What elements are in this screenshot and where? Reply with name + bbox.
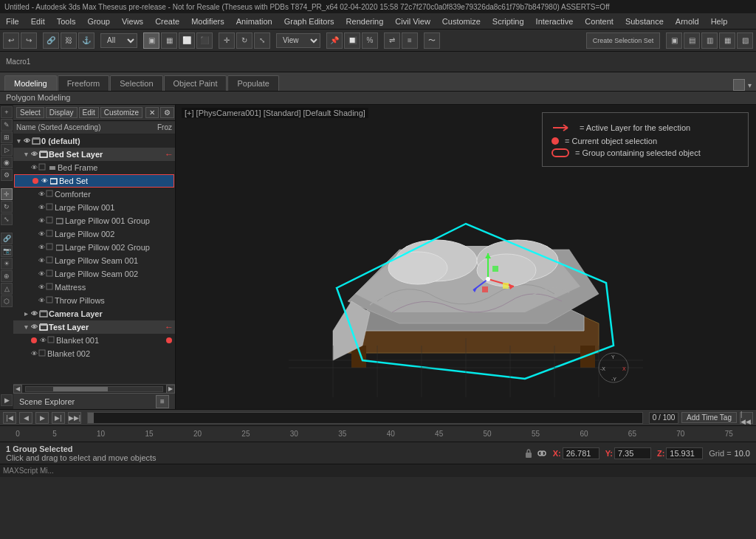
se-config-btn[interactable]: ≡ xyxy=(156,395,169,408)
geometry-icon[interactable]: ⬡ xyxy=(1,295,13,307)
tab-modeling[interactable]: Modeling xyxy=(4,75,57,91)
menu-scripting[interactable]: Scripting xyxy=(487,16,530,27)
unlink-btn[interactable]: ⛓ xyxy=(61,32,77,49)
select-window-btn[interactable]: ⬜ xyxy=(179,32,195,49)
menu-modifiers[interactable]: Modifiers xyxy=(185,16,230,27)
utilities-icon[interactable]: ⚙ xyxy=(1,169,13,181)
expand-camera-layer[interactable]: ▸ xyxy=(22,310,30,317)
angle-snap-btn[interactable]: 🔲 xyxy=(344,32,360,49)
select-move-icon[interactable]: ✛ xyxy=(1,188,13,200)
filter-dropdown[interactable]: All xyxy=(100,33,137,48)
tree-row-blanket001[interactable]: 👁 Blanket 001 xyxy=(13,334,175,347)
rotate-btn[interactable]: ↻ xyxy=(236,32,252,49)
se-close-btn[interactable]: ✕ xyxy=(145,107,159,118)
move-btn[interactable]: ✛ xyxy=(219,32,235,49)
undo-btn[interactable]: ↩ xyxy=(3,32,19,49)
expand-test-layer[interactable]: ▾ xyxy=(22,323,30,331)
light-icon[interactable]: ☀ xyxy=(1,258,13,270)
modify-icon[interactable]: ✎ xyxy=(1,119,13,131)
motion-icon[interactable]: ▷ xyxy=(1,144,13,156)
tree-row-camera-layer[interactable]: ▸ 👁 Camera Layer xyxy=(13,307,175,320)
layers-btn-1[interactable]: ▣ xyxy=(666,32,682,49)
link-tool-icon[interactable]: 🔗 xyxy=(1,233,13,244)
layers-btn-5[interactable]: ▧ xyxy=(737,32,753,49)
time-slider[interactable] xyxy=(87,412,643,424)
scroll-track[interactable] xyxy=(25,386,163,392)
time-next-btn[interactable]: ▶▶| xyxy=(68,412,81,424)
menu-tools[interactable]: Tools xyxy=(51,16,82,27)
tree-row-lps001[interactable]: 👁 Large Pillow Seam 001 xyxy=(13,254,175,267)
vis-lp001g[interactable]: 👁 xyxy=(37,216,46,225)
view-dropdown[interactable]: View xyxy=(276,33,320,48)
vis-mattress[interactable]: 👁 xyxy=(37,283,46,292)
add-time-tag-btn[interactable]: Add Time Tag xyxy=(681,412,737,423)
tree-row-default[interactable]: ▾ 👁 0 (default) xyxy=(13,134,175,148)
create-icon[interactable]: + xyxy=(1,106,13,118)
tree-row-comforter[interactable]: 👁 Comforter xyxy=(13,188,175,201)
time-end-btn[interactable]: |◀◀ xyxy=(740,412,753,424)
menu-graph-editors[interactable]: Graph Editors xyxy=(278,16,340,27)
menu-create[interactable]: Create xyxy=(149,16,185,27)
time-prev-btn[interactable]: |◀ xyxy=(3,412,16,424)
tree-row-lps002[interactable]: 👁 Large Pillow Seam 002 xyxy=(13,267,175,281)
vis-bed-set[interactable]: 👁 xyxy=(40,176,49,185)
vis-lps002[interactable]: 👁 xyxy=(37,270,46,278)
redo-btn[interactable]: ↪ xyxy=(21,32,37,49)
tree-row-bed-frame[interactable]: 👁 Bed Frame xyxy=(13,161,175,174)
camera-icon[interactable]: 📷 xyxy=(1,245,13,257)
layers-btn-3[interactable]: ▥ xyxy=(701,32,718,49)
percent-snap-btn[interactable]: % xyxy=(362,32,378,49)
layers-btn-2[interactable]: ▤ xyxy=(684,32,700,49)
menu-group[interactable]: Group xyxy=(81,16,116,27)
time-prev-frame-btn[interactable]: ◀ xyxy=(19,412,32,424)
tab-populate[interactable]: Populate xyxy=(227,75,278,91)
expand-icon[interactable]: ▶ xyxy=(1,394,13,406)
menu-interactive[interactable]: Interactive xyxy=(530,16,580,27)
vis-blanket002[interactable]: 👁 xyxy=(30,349,38,358)
tab-pin-btn[interactable] xyxy=(733,79,745,91)
menu-file[interactable]: File xyxy=(0,16,25,27)
se-edit-btn[interactable]: Edit xyxy=(79,107,99,118)
menu-civil-view[interactable]: Civil View xyxy=(389,16,436,27)
tree-row-lp001g[interactable]: 👁 Large Pillow 001 Group xyxy=(13,214,175,227)
tree-row-mattress[interactable]: 👁 Mattress xyxy=(13,281,175,294)
expand-default[interactable]: ▾ xyxy=(15,137,22,145)
se-select-btn[interactable]: Select xyxy=(16,107,44,118)
vis-bed-set-layer[interactable]: 👁 xyxy=(30,150,38,159)
mirror-btn[interactable]: ⇌ xyxy=(384,32,400,49)
tab-selection[interactable]: Selection xyxy=(110,75,162,91)
tab-object-paint[interactable]: Object Paint xyxy=(164,75,227,91)
tree-row-bed-set-layer[interactable]: ▾ 👁 Bed Set Layer ← xyxy=(13,148,175,161)
bind-btn[interactable]: ⚓ xyxy=(78,32,94,49)
time-input[interactable]: 0 / 100 xyxy=(649,412,678,424)
vis-lp002g[interactable]: 👁 xyxy=(37,243,46,252)
vis-blanket001[interactable]: 👁 xyxy=(38,336,47,345)
display-icon[interactable]: ◉ xyxy=(1,157,13,168)
tree-row-blanket002[interactable]: 👁 Blanket 002 xyxy=(13,347,175,360)
layers-btn-4[interactable]: ▦ xyxy=(719,32,735,49)
time-next-frame-btn[interactable]: ▶| xyxy=(52,412,65,424)
helper-icon[interactable]: ⊕ xyxy=(1,270,13,282)
vis-comforter[interactable]: 👁 xyxy=(37,190,46,199)
select-btn[interactable]: ▣ xyxy=(143,32,159,49)
vis-lp002[interactable]: 👁 xyxy=(37,230,46,238)
time-play-btn[interactable]: ▶ xyxy=(35,412,49,424)
vis-bed-frame[interactable]: 👁 xyxy=(30,163,38,172)
scroll-thumb[interactable] xyxy=(53,387,108,391)
menu-arnold[interactable]: Arnold xyxy=(670,16,705,27)
select-region-btn[interactable]: ▦ xyxy=(161,32,177,49)
expand-bed-set-layer[interactable]: ▾ xyxy=(22,151,30,158)
menu-rendering[interactable]: Rendering xyxy=(340,16,390,27)
snap-btn[interactable]: 📌 xyxy=(326,32,343,49)
se-settings-btn[interactable]: ⚙ xyxy=(160,107,174,118)
menu-views[interactable]: Views xyxy=(116,16,149,27)
select-crossing-btn[interactable]: ⬛ xyxy=(196,32,213,49)
menu-edit[interactable]: Edit xyxy=(25,16,51,27)
selection-set-btn[interactable]: Create Selection Set xyxy=(586,32,660,49)
menu-content[interactable]: Content xyxy=(579,16,619,27)
curve-editor-btn[interactable]: 〜 xyxy=(424,32,440,49)
tab-freeform[interactable]: Freeform xyxy=(58,75,110,91)
scroll-left[interactable]: ◀ xyxy=(13,385,22,394)
menu-substance[interactable]: Substance xyxy=(619,16,670,27)
se-customize-btn[interactable]: Customize xyxy=(100,107,142,118)
